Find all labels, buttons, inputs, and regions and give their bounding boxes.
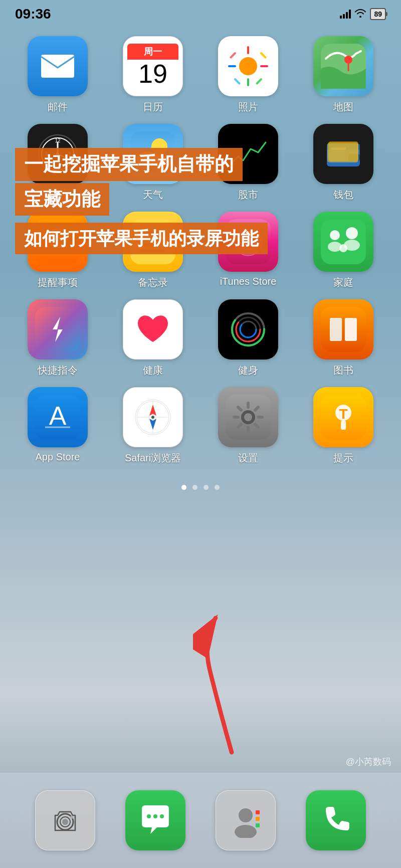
photos-label: 照片 xyxy=(238,100,258,114)
signal-icon xyxy=(340,10,351,19)
svg-rect-7 xyxy=(260,52,267,59)
status-time: 09:36 xyxy=(15,6,51,22)
svg-rect-105 xyxy=(256,817,260,821)
calendar-label: 日历 xyxy=(143,100,163,114)
app-fitness[interactable]: 健身 xyxy=(206,299,291,377)
app-photos[interactable]: 照片 xyxy=(206,36,291,114)
books-icon xyxy=(313,299,373,360)
photos-icon xyxy=(218,36,278,96)
app-mail[interactable]: 邮件 xyxy=(15,36,100,114)
svg-rect-3 xyxy=(247,78,249,86)
status-icons: 89 xyxy=(340,8,386,20)
shortcuts-icon xyxy=(28,299,88,360)
svg-rect-4 xyxy=(228,65,236,67)
appstore-label: App Store xyxy=(36,451,80,463)
svg-point-101 xyxy=(160,814,164,818)
svg-rect-6 xyxy=(230,52,237,59)
safari-label: Safari浏览器 xyxy=(125,451,181,465)
app-tips[interactable]: T 提示 xyxy=(301,387,386,465)
svg-point-11 xyxy=(344,56,352,64)
svg-point-81 xyxy=(244,413,252,421)
svg-rect-9 xyxy=(256,78,263,85)
phone-dock-icon xyxy=(306,790,366,850)
app-calendar[interactable]: 周一 19 日历 xyxy=(110,36,195,114)
svg-point-102 xyxy=(239,808,253,822)
svg-text:12: 12 xyxy=(55,138,61,143)
calendar-icon: 周一 19 xyxy=(123,36,183,96)
banner-text-2: 宝藏功能 xyxy=(15,183,109,216)
maps-icon xyxy=(313,36,373,96)
dock-phone[interactable] xyxy=(306,790,366,850)
maps-label: 地图 xyxy=(333,100,353,114)
svg-line-86 xyxy=(238,407,241,410)
svg-point-103 xyxy=(235,825,257,838)
svg-rect-5 xyxy=(260,65,268,67)
page-dot-2 xyxy=(192,485,197,490)
app-maps[interactable]: 地图 xyxy=(301,36,386,114)
appstore-icon: A xyxy=(28,387,88,447)
app-settings[interactable]: 设置 xyxy=(206,387,291,465)
dock-camera[interactable] xyxy=(35,790,95,850)
svg-text:T: T xyxy=(339,406,347,422)
shortcuts-label: 快捷指令 xyxy=(38,364,78,377)
svg-rect-104 xyxy=(256,810,260,814)
app-health[interactable]: 健康 xyxy=(110,299,195,377)
tips-label: 提示 xyxy=(333,451,353,465)
svg-point-1 xyxy=(239,57,257,75)
page-dot-1 xyxy=(181,485,186,490)
svg-line-89 xyxy=(238,424,241,427)
app-grid-row4: 快捷指令 健康 健身 xyxy=(0,294,401,382)
messages-dock-icon xyxy=(125,790,185,850)
contacts-dock-icon xyxy=(216,790,276,850)
svg-rect-66 xyxy=(330,318,341,340)
dock-contacts[interactable] xyxy=(216,790,276,850)
app-grid-row1: 邮件 周一 19 日历 照片 xyxy=(0,31,401,119)
reminders-label: 提醒事项 xyxy=(38,276,78,289)
svg-rect-8 xyxy=(234,78,241,85)
svg-rect-92 xyxy=(341,421,346,430)
watermark: @小芮数码 xyxy=(346,756,391,768)
svg-rect-54 xyxy=(35,307,80,352)
health-label: 健康 xyxy=(143,364,163,377)
health-icon xyxy=(123,299,183,360)
settings-icon xyxy=(218,387,278,447)
mail-label: 邮件 xyxy=(48,100,68,114)
app-books[interactable]: 图书 xyxy=(301,299,386,377)
settings-arrow xyxy=(193,607,238,758)
svg-rect-106 xyxy=(256,823,260,827)
svg-text:A: A xyxy=(49,401,67,430)
dock-messages[interactable] xyxy=(125,790,185,850)
itunes-label: iTunes Store xyxy=(220,276,277,287)
app-shortcuts[interactable]: 快捷指令 xyxy=(15,299,100,377)
banner-text-3: 如何打开苹果手机的录屏功能 xyxy=(15,223,268,254)
svg-point-98 xyxy=(70,816,73,819)
page-dot-4 xyxy=(215,485,220,490)
svg-point-97 xyxy=(62,819,68,825)
svg-line-87 xyxy=(255,424,258,427)
banner-overlay: 一起挖掘苹果手机自带的 宝藏功能 如何打开苹果手机的录屏功能 xyxy=(0,148,401,254)
settings-label: 设置 xyxy=(238,451,258,465)
mail-icon xyxy=(28,36,88,96)
app-safari[interactable]: Safari浏览器 xyxy=(110,387,195,465)
family-label: 家庭 xyxy=(333,276,353,289)
books-label: 图书 xyxy=(333,364,353,377)
status-bar: 09:36 89 xyxy=(0,0,401,26)
camera-dock-icon xyxy=(35,790,95,850)
notes-label: 备忘录 xyxy=(138,276,168,289)
safari-icon xyxy=(123,387,183,447)
app-grid-row5: A App Store Safari浏览器 xyxy=(0,382,401,470)
tips-icon: T xyxy=(313,387,373,447)
fitness-label: 健身 xyxy=(238,364,258,377)
svg-point-76 xyxy=(151,416,154,419)
page-dot-3 xyxy=(204,485,209,490)
banner-text-1: 一起挖掘苹果手机自带的 xyxy=(15,148,243,181)
app-appstore[interactable]: A App Store xyxy=(15,387,100,465)
wifi-icon xyxy=(355,9,366,20)
battery-icon: 89 xyxy=(370,8,386,20)
dock xyxy=(0,773,401,868)
svg-line-88 xyxy=(255,407,258,410)
fitness-icon xyxy=(218,299,278,360)
svg-point-100 xyxy=(153,814,157,818)
svg-point-99 xyxy=(147,814,151,818)
svg-rect-0 xyxy=(41,55,74,78)
